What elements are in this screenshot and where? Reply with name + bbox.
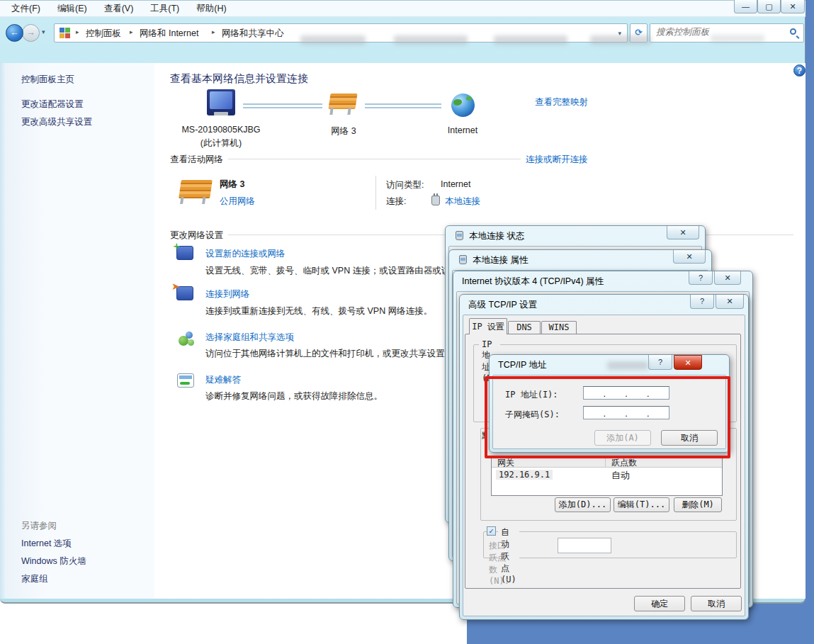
breadcrumb-network-sharing-center[interactable]: 网络和共享中心: [222, 28, 284, 40]
access-type-label: 访问类型:: [386, 179, 424, 191]
maximize-icon: ▢: [765, 2, 772, 11]
help-button[interactable]: ?: [648, 355, 672, 370]
close-icon: ✕: [726, 297, 733, 305]
blurred-text: [711, 35, 764, 43]
table-row[interactable]: 192.16.9.1 自动: [492, 468, 722, 482]
dialog-title: Internet 协议版本 4 (TCP/IPv4) 属性: [462, 276, 604, 288]
breadcrumb-control-panel[interactable]: 控制面板: [86, 28, 121, 40]
minimize-button[interactable]: —: [734, 0, 757, 13]
gateway-add-button[interactable]: 添加(D)...: [555, 497, 611, 512]
menu-help[interactable]: 帮助(H): [196, 3, 226, 15]
back-icon: ←: [10, 28, 19, 38]
section-rule: [228, 159, 521, 159]
sidebar-item-windows-firewall[interactable]: Windows 防火墙: [21, 555, 86, 567]
forward-button[interactable]: →: [22, 24, 40, 42]
gateway-address-cell[interactable]: 192.16.9.1: [496, 470, 553, 480]
menu-view[interactable]: 查看(V): [104, 3, 134, 15]
close-button[interactable]: ✕: [673, 250, 706, 264]
close-button[interactable]: ✕: [667, 226, 699, 239]
crumb-sep-icon: ▸: [212, 28, 215, 35]
gateway-metric-cell[interactable]: 自动: [611, 469, 630, 482]
crumb-sep-icon: ▸: [130, 28, 133, 35]
ok-button[interactable]: 确定: [634, 596, 685, 611]
close-button[interactable]: ✕: [716, 295, 744, 309]
network-bench-icon[interactable]: [328, 94, 357, 109]
menu-file[interactable]: 文件(F): [11, 3, 40, 15]
map-link-line: [243, 103, 322, 108]
active-networks-header: 查看活动网络: [170, 154, 223, 166]
new-connection-icon: ＋: [176, 246, 193, 260]
crumb-sep-icon: ▸: [76, 28, 79, 35]
search-icon[interactable]: [790, 28, 796, 35]
connect-disconnect-link[interactable]: 连接或断开连接: [526, 154, 588, 166]
sidebar-item-homegroup[interactable]: 家庭组: [21, 573, 48, 585]
maximize-button[interactable]: ▢: [757, 0, 781, 13]
help-icon: ?: [797, 66, 802, 76]
arrow-icon: ➤: [171, 281, 197, 303]
close-button[interactable]: ✕: [714, 271, 741, 285]
gateway-delete-button[interactable]: 删除(M): [674, 497, 722, 512]
column-metric[interactable]: 跃点数: [611, 457, 637, 469]
sidebar-item-home[interactable]: 控制面板主页: [21, 74, 74, 86]
close-button[interactable]: ✕: [674, 355, 702, 370]
interface-metric-label: 接口跃点数(N):: [489, 540, 509, 586]
close-icon: ✕: [724, 273, 730, 282]
forward-icon: →: [26, 28, 35, 38]
connection-label: 连接:: [386, 196, 406, 208]
breadcrumb-network-internet[interactable]: 网络和 Internet: [140, 28, 198, 40]
help-button[interactable]: ?: [689, 271, 713, 285]
menu-edit[interactable]: 编辑(E): [57, 3, 87, 15]
card-divider: [375, 176, 376, 210]
help-button[interactable]: ?: [793, 64, 805, 77]
auto-metric-checkbox[interactable]: ✓: [487, 526, 496, 536]
full-map-link[interactable]: 查看完整映射: [535, 96, 588, 108]
internet-globe-icon[interactable]: [451, 94, 475, 117]
close-button[interactable]: ✕: [781, 0, 805, 13]
setup-new-connection-link[interactable]: 设置新的连接或网络: [205, 248, 286, 260]
map-link-line: [365, 103, 441, 108]
connect-to-network-desc: 连接到或重新连接到无线、有线、拨号或 VPN 网络连接。: [205, 305, 432, 317]
connect-network-icon: ➤: [176, 286, 193, 300]
menu-bar: 文件(F) 编辑(E) 查看(V) 工具(T) 帮助(H): [0, 0, 805, 17]
sidebar-item-adapter-settings[interactable]: 更改适配器设置: [21, 98, 84, 111]
blurred-text: [394, 35, 468, 45]
blurred-text: [607, 361, 648, 370]
map-network-label: 网络 3: [322, 125, 365, 137]
homegroup-sharing-desc: 访问位于其他网络计算机上的文件和打印机，或更改共享设置。: [205, 348, 453, 360]
local-connection-link[interactable]: 本地连接: [445, 196, 480, 208]
connection-icon: [456, 231, 463, 240]
menu-tools[interactable]: 工具(T): [150, 3, 179, 15]
interface-metric-input[interactable]: [558, 538, 611, 553]
homegroup-sharing-link[interactable]: 选择家庭组和共享选项: [205, 332, 294, 344]
tab-wins[interactable]: WINS: [541, 321, 577, 334]
check-icon: ✓: [489, 526, 494, 536]
access-type-value: Internet: [441, 179, 470, 189]
dialog-title: 本地连接 属性: [473, 254, 528, 266]
computer-icon[interactable]: [207, 89, 235, 115]
troubleshoot-link[interactable]: 疑难解答: [205, 374, 241, 386]
tab-ip-settings[interactable]: IP 设置: [469, 318, 507, 334]
blurred-text: [300, 35, 366, 45]
sidebar-item-advanced-sharing[interactable]: 更改高级共享设置: [21, 116, 92, 128]
back-button[interactable]: ←: [6, 24, 23, 42]
active-network-type-link[interactable]: 公用网络: [220, 196, 255, 208]
sidebar: [0, 63, 154, 599]
close-icon: ✕: [684, 358, 691, 367]
homegroup-icon: [177, 330, 196, 349]
tab-dns[interactable]: DNS: [508, 321, 541, 334]
map-internet-label: Internet: [441, 125, 485, 135]
help-button[interactable]: ?: [690, 295, 714, 309]
sidebar-item-internet-options[interactable]: Internet 选项: [21, 538, 72, 550]
troubleshoot-icon: [177, 373, 194, 388]
page-title: 查看基本网络信息并设置连接: [170, 72, 308, 86]
connection-icon: [459, 255, 467, 264]
column-gateway[interactable]: 网关: [497, 457, 514, 469]
gateway-edit-button[interactable]: 编辑(T)...: [614, 497, 669, 512]
gateway-table[interactable]: 网关 跃点数 192.16.9.1 自动: [491, 456, 723, 496]
setup-new-connection-desc: 设置无线、宽带、拨号、临时或 VPN 连接；或设置路由器或访问: [205, 265, 459, 277]
connect-to-network-link[interactable]: 连接到网络: [205, 288, 250, 300]
history-dropdown[interactable]: ▾: [42, 28, 45, 35]
active-network-icon: [179, 180, 213, 198]
blurred-text: [494, 35, 567, 45]
cancel-button[interactable]: 取消: [691, 596, 742, 611]
